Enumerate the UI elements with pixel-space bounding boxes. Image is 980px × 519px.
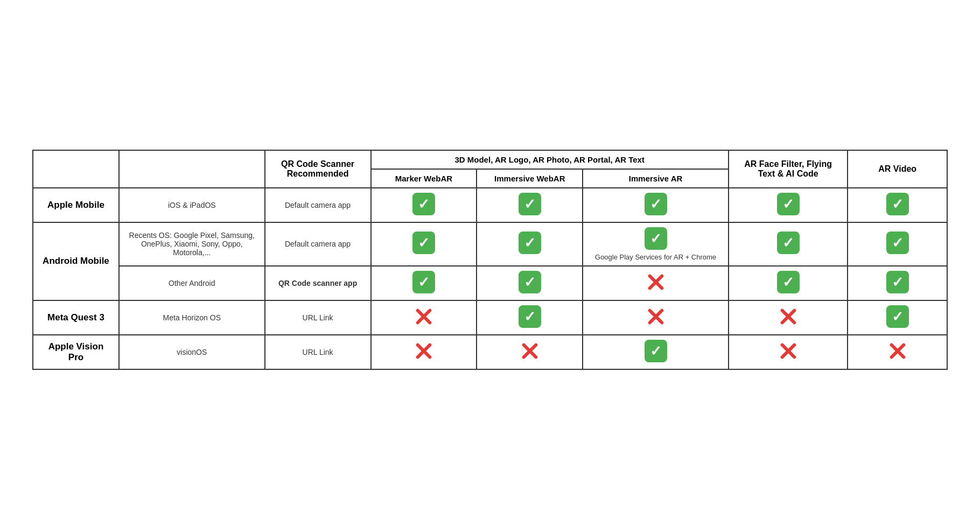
immersive-webar-meta-quest [477, 300, 583, 335]
marker-android-recent [371, 222, 477, 266]
header-device-empty [33, 150, 119, 188]
check-icon [886, 193, 909, 215]
os-android-other: Other Android [119, 266, 265, 300]
marker-apple-mobile [371, 188, 477, 222]
device-meta-quest: Meta Quest 3 [33, 300, 119, 335]
check-icon [777, 232, 800, 254]
header-os-empty [119, 150, 265, 188]
immersive-ar-android-other [583, 266, 729, 300]
cross-icon [412, 340, 435, 362]
immersive-webar-apple-vision-pro [477, 335, 583, 369]
ar-face-android-recent [729, 222, 848, 266]
cross-icon [777, 305, 800, 328]
os-meta-quest: Meta Horizon OS [119, 300, 265, 335]
os-android-recent: Recents OS: Google Pixel, Samsung, OnePl… [119, 222, 265, 266]
qr-meta-quest: URL Link [265, 300, 371, 335]
ar-video-apple-vision-pro [848, 335, 947, 369]
immersive-ar-android-recent: Google Play Services for AR + Chrome [583, 222, 729, 266]
check-icon [519, 232, 541, 254]
immersive-webar-apple-mobile [477, 188, 583, 222]
row-android-other: Other Android QR Code scanner app [33, 266, 947, 300]
ar-video-apple-mobile [848, 188, 947, 222]
check-icon [645, 340, 667, 362]
immersive-ar-content: Google Play Services for AR + Chrome [590, 227, 722, 261]
device-apple-mobile: Apple Mobile [33, 188, 119, 222]
header-qr: QR Code Scanner Recommended [265, 150, 371, 188]
check-icon [519, 193, 541, 215]
cross-icon [777, 340, 800, 362]
check-icon [886, 305, 909, 328]
cross-icon [519, 340, 541, 362]
header-immersive-webar: Immersive WebAR [477, 169, 583, 188]
cross-icon [412, 305, 435, 328]
ar-face-android-other [729, 266, 848, 300]
immersive-ar-apple-vision-pro [583, 335, 729, 369]
immersive-webar-android-other [477, 266, 583, 300]
check-icon [886, 232, 909, 254]
header-ar-video: AR Video [848, 150, 947, 188]
check-icon [777, 193, 800, 215]
qr-android-recent: Default camera app [265, 222, 371, 266]
cross-icon [645, 271, 667, 293]
marker-android-other [371, 266, 477, 300]
check-icon [412, 271, 435, 293]
cross-icon [645, 305, 667, 328]
header-marker: Marker WebAR [371, 169, 477, 188]
device-apple-vision-pro: Apple Vision Pro [33, 335, 119, 369]
header-ar-face: AR Face Filter, Flying Text & AI Code [729, 150, 848, 188]
marker-meta-quest [371, 300, 477, 335]
ar-video-android-other [848, 266, 947, 300]
check-icon [412, 232, 435, 254]
marker-apple-vision-pro [371, 335, 477, 369]
device-android-mobile: Android Mobile [33, 222, 119, 300]
row-apple-mobile: Apple Mobile iOS & iPadOS Default camera… [33, 188, 947, 222]
immersive-ar-meta-quest [583, 300, 729, 335]
header-3d-group: 3D Model, AR Logo, AR Photo, AR Portal, … [371, 150, 729, 169]
compatibility-table-wrapper: QR Code Scanner Recommended 3D Model, AR… [32, 150, 948, 370]
immersive-ar-note: Google Play Services for AR + Chrome [595, 253, 716, 261]
qr-apple-mobile: Default camera app [265, 188, 371, 222]
os-apple-vision-pro: visionOS [119, 335, 265, 369]
check-icon [412, 193, 435, 215]
qr-apple-vision-pro: URL Link [265, 335, 371, 369]
cross-icon [886, 340, 909, 362]
ar-face-apple-mobile [729, 188, 848, 222]
check-icon [645, 227, 667, 250]
header-row-top: QR Code Scanner Recommended 3D Model, AR… [33, 150, 947, 169]
qr-android-other: QR Code scanner app [265, 266, 371, 300]
check-icon [645, 193, 667, 215]
check-icon [519, 305, 541, 328]
ar-face-apple-vision-pro [729, 335, 848, 369]
row-android-recent: Android Mobile Recents OS: Google Pixel,… [33, 222, 947, 266]
os-apple-mobile: iOS & iPadOS [119, 188, 265, 222]
row-apple-vision-pro: Apple Vision Pro visionOS URL Link [33, 335, 947, 369]
row-meta-quest: Meta Quest 3 Meta Horizon OS URL Link [33, 300, 947, 335]
immersive-ar-apple-mobile [583, 188, 729, 222]
check-icon [886, 271, 909, 293]
check-icon [519, 271, 541, 293]
compatibility-table: QR Code Scanner Recommended 3D Model, AR… [32, 150, 948, 370]
immersive-webar-android-recent [477, 222, 583, 266]
ar-video-android-recent [848, 222, 947, 266]
ar-video-meta-quest [848, 300, 947, 335]
header-immersive-ar: Immersive AR [583, 169, 729, 188]
ar-face-meta-quest [729, 300, 848, 335]
check-icon [777, 271, 800, 293]
